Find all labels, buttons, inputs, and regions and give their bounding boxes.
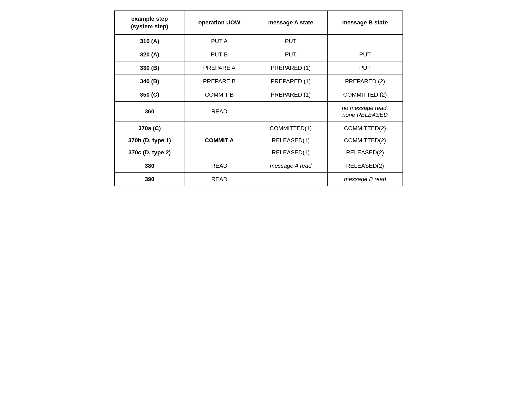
operation-cell: PUT B [185, 48, 254, 61]
msg-b-cell: COMMITTED (2) [327, 88, 403, 102]
msg-b-cell-multi: COMMITTED(2) COMMITTED(2) RELEASED(2) [327, 122, 403, 159]
msg-b-cell: PUT [327, 48, 403, 61]
step-cell: 380 [114, 159, 185, 173]
sub-msg-a: RELEASED(1) [258, 137, 323, 144]
data-table: example step(system step) operation UOW … [114, 10, 403, 186]
msg-a-cell: message A read [254, 159, 327, 173]
main-table-wrapper: example step(system step) operation UOW … [114, 10, 403, 186]
step-cell: 390 [114, 173, 185, 186]
msg-b-cell: message B read [327, 173, 403, 186]
step-cell: 340 (B) [114, 75, 185, 88]
msg-b-cell: PUT [327, 61, 403, 75]
step-cell: 330 (B) [114, 61, 185, 75]
msg-a-cell: PREPARED (1) [254, 61, 327, 75]
table-row: 320 (A) PUT B PUT PUT [114, 48, 403, 61]
col-header-operation: operation UOW [185, 11, 254, 35]
operation-cell: PREPARE B [185, 75, 254, 88]
operation-cell: COMMIT A [185, 122, 254, 159]
step-cell: 360 [114, 102, 185, 122]
msg-a-cell: PREPARED (1) [254, 75, 327, 88]
operation-cell: COMMIT B [185, 88, 254, 102]
step-cell: 320 (A) [114, 48, 185, 61]
msg-b-cell: PREPARED (2) [327, 75, 403, 88]
sub-step-label: 370a (C) [119, 125, 180, 132]
msg-a-cell: PUT [254, 35, 327, 48]
col-header-msg-b: message B state [327, 11, 403, 35]
msg-a-cell: PUT [254, 48, 327, 61]
table-row-commit-a: 370a (C) 370b (D, type 1) 370c (D, type … [114, 122, 403, 159]
msg-a-cell [254, 102, 327, 122]
msg-b-cell: no message read,none RELEASED [327, 102, 403, 122]
msg-a-cell: PREPARED (1) [254, 88, 327, 102]
table-row: 350 (C) COMMIT B PREPARED (1) COMMITTED … [114, 88, 403, 102]
sub-step-label: 370b (D, type 1) [119, 137, 180, 144]
header-row: example step(system step) operation UOW … [114, 11, 403, 35]
table-row: 330 (B) PREPARE A PREPARED (1) PUT [114, 61, 403, 75]
msg-b-cell: RELEASED(2) [327, 159, 403, 173]
msg-a-cell-multi: COMMITTED(1) RELEASED(1) RELEASED(1) [254, 122, 327, 159]
sub-msg-b: COMMITTED(2) [332, 137, 398, 144]
table-row: 340 (B) PREPARE B PREPARED (1) PREPARED … [114, 75, 403, 88]
operation-cell: READ [185, 159, 254, 173]
step-cell: 310 (A) [114, 35, 185, 48]
sub-msg-b: COMMITTED(2) [332, 125, 398, 132]
msg-b-cell [327, 35, 403, 48]
table-row: 310 (A) PUT A PUT [114, 35, 403, 48]
table-row: 380 READ message A read RELEASED(2) [114, 159, 403, 173]
operation-cell: READ [185, 173, 254, 186]
step-cell-multi: 370a (C) 370b (D, type 1) 370c (D, type … [114, 122, 185, 159]
sub-msg-a: RELEASED(1) [258, 149, 323, 156]
step-cell: 350 (C) [114, 88, 185, 102]
msg-a-cell [254, 173, 327, 186]
table-row: 390 READ message B read [114, 173, 403, 186]
col-header-example-step: example step(system step) [114, 11, 185, 35]
operation-cell: READ [185, 102, 254, 122]
table-row: 360 READ no message read,none RELEASED [114, 102, 403, 122]
sub-step-label: 370c (D, type 2) [119, 149, 180, 156]
sub-msg-b: RELEASED(2) [332, 149, 398, 156]
col-header-msg-a: message A state [254, 11, 327, 35]
operation-cell: PREPARE A [185, 61, 254, 75]
sub-msg-a: COMMITTED(1) [258, 125, 323, 132]
operation-cell: PUT A [185, 35, 254, 48]
